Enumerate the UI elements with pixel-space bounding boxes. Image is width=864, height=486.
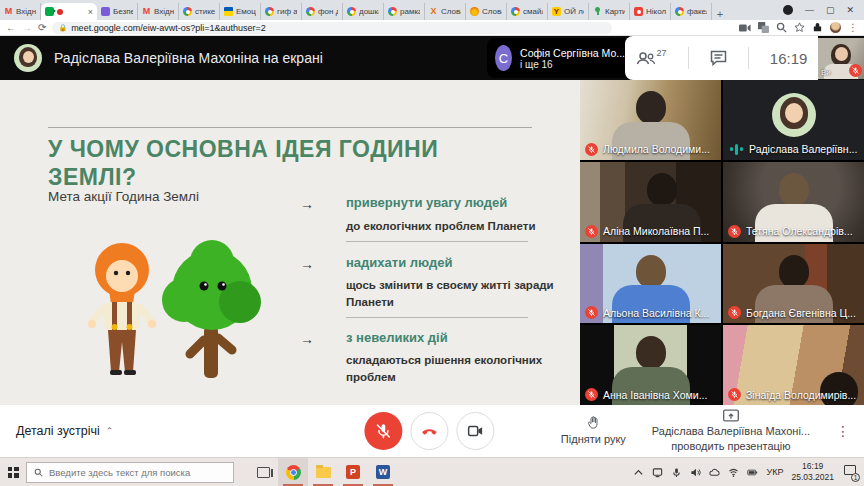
tab-oy[interactable]: YОЙ ло: [548, 3, 589, 20]
raise-hand-button[interactable]: Підняти руку: [561, 415, 626, 446]
participant-tile[interactable]: Тетяна Олександрів...: [723, 162, 864, 242]
extensions-icon[interactable]: [812, 22, 823, 33]
x-orange-icon: X: [429, 7, 438, 16]
tab-bezpe[interactable]: Безпе: [97, 3, 138, 20]
url-text: meet.google.com/eiw-avwt-os?pli=1&authus…: [71, 23, 266, 33]
presenting-status[interactable]: Радіслава Валеріївна Махоні...проводить …: [652, 409, 810, 453]
tab-stike[interactable]: стике: [179, 3, 220, 20]
reload-icon[interactable]: ⟳: [38, 21, 46, 35]
taskbar-search[interactable]: [26, 462, 234, 483]
tab-doshka[interactable]: дошка: [343, 3, 384, 20]
browser-menu-icon[interactable]: ⋮: [848, 21, 858, 35]
profile-avatar[interactable]: [830, 22, 841, 33]
tab-smile[interactable]: смайл: [507, 3, 548, 20]
tab-gif[interactable]: гиф а: [261, 3, 302, 20]
taskbar-word[interactable]: W: [368, 458, 398, 486]
zoom-icon[interactable]: [776, 22, 787, 33]
tab-karty[interactable]: Карти: [589, 3, 630, 20]
participant-tile[interactable]: Аліна Миколаївна П...: [580, 162, 721, 242]
mute-button[interactable]: [364, 412, 402, 450]
chevron-up-icon: ⌃: [106, 426, 114, 436]
bookmark-star-icon[interactable]: [794, 22, 805, 33]
mic-muted-icon: [728, 388, 741, 401]
chat-button[interactable]: [710, 50, 727, 66]
bullet-divider: [346, 317, 528, 318]
ukraine-flag-icon: [224, 7, 233, 16]
translate-icon[interactable]: [758, 22, 769, 33]
mic-muted-icon: [585, 143, 598, 156]
tab-close-icon[interactable]: ×: [88, 7, 93, 17]
hangup-button[interactable]: [410, 412, 448, 450]
system-tray: УКР 16:19 25.03.2021 1: [633, 461, 864, 482]
tab-fakel[interactable]: факел: [671, 3, 712, 20]
back-icon[interactable]: ←: [6, 21, 16, 35]
battery-icon[interactable]: [747, 467, 758, 478]
taskbar-explorer[interactable]: [308, 458, 338, 486]
participant-name: Альона Василівна К...: [603, 307, 709, 319]
folder-icon: [316, 467, 331, 478]
action-center-button[interactable]: 1: [842, 465, 858, 479]
header-controls: 27 16:19: [625, 36, 818, 80]
tray-mic-icon[interactable]: [671, 467, 682, 478]
language-indicator[interactable]: УКР: [766, 467, 783, 477]
camera-indicator-icon[interactable]: [739, 23, 751, 33]
chrome-icon: [286, 465, 301, 480]
google-icon: [347, 7, 356, 16]
participants-button[interactable]: 27: [636, 50, 667, 66]
google-icon: [183, 7, 192, 16]
network-wifi-icon[interactable]: [728, 467, 739, 478]
tab-slova-1[interactable]: XСлова: [425, 3, 466, 20]
tab-gmail-1[interactable]: MВхідні: [0, 3, 41, 20]
bullet-body: складаються рішення екологічних проблем: [346, 352, 556, 387]
tab-fon[interactable]: фон д: [302, 3, 343, 20]
notification-avatar: C: [495, 45, 512, 71]
participant-tile[interactable]: Зінаїда Володимирів...: [723, 325, 864, 405]
volume-icon[interactable]: [690, 467, 701, 478]
tab-nikol[interactable]: Нікол: [630, 3, 671, 20]
bullet-body: до екологічних проблем Планети: [346, 218, 556, 235]
red-pin-icon: [634, 7, 643, 16]
new-tab-button[interactable]: +: [712, 8, 728, 20]
start-button[interactable]: [0, 458, 26, 486]
padlock-icon: 🔒: [58, 24, 67, 32]
close-button[interactable]: ✕: [846, 0, 854, 20]
presenting-name: Радіслава Валеріївна Махоні...: [652, 425, 810, 437]
maximize-button[interactable]: ▢: [826, 0, 835, 20]
tab-meet-active[interactable]: ×: [41, 3, 97, 20]
tab-gmail-2[interactable]: MВхідні: [138, 3, 179, 20]
tab-emoci[interactable]: Емоці: [220, 3, 261, 20]
taskbar-chrome[interactable]: [278, 458, 308, 486]
meeting-clock: 16:19: [770, 50, 808, 67]
hidden-icons-chevron-icon[interactable]: [633, 467, 644, 478]
meeting-details-button[interactable]: Деталі зустрічі ⌃: [16, 424, 113, 438]
task-view-button[interactable]: [248, 458, 278, 486]
onedrive-cloud-icon[interactable]: [709, 467, 720, 478]
meet-footer: Деталі зустрічі ⌃ Підняти руку Радіслава…: [0, 405, 864, 457]
browser-profile-icon[interactable]: [783, 5, 793, 15]
presenter-avatar: [14, 44, 42, 72]
gmail-icon: M: [142, 7, 151, 16]
search-input[interactable]: [49, 467, 219, 478]
tab-ramka[interactable]: рамка: [384, 3, 425, 20]
address-bar[interactable]: 🔒 meet.google.com/eiw-avwt-os?pli=1&auth…: [52, 22, 612, 34]
forward-icon[interactable]: →: [22, 21, 32, 35]
participant-name: Радіслава Валеріївн...: [749, 143, 857, 155]
minimize-button[interactable]: —: [805, 0, 814, 20]
google-icon: [265, 7, 274, 16]
notification-count-badge: 1: [851, 473, 860, 482]
participant-tile[interactable]: Радіслава Валеріївн...: [723, 80, 864, 160]
participant-notification[interactable]: C Софія Сергіївна Мо... і ще 16: [487, 38, 625, 78]
participant-tile[interactable]: Людмила Володими...: [580, 80, 721, 160]
participant-tile[interactable]: Богдана Євгенівна Ц...: [723, 244, 864, 324]
display-icon[interactable]: [652, 467, 663, 478]
more-options-icon[interactable]: ⋮: [836, 423, 850, 439]
self-view-tile[interactable]: Ви: [818, 38, 864, 79]
browser-toolbar: ← → ⟳ 🔒 meet.google.com/eiw-avwt-os?pli=…: [0, 20, 864, 36]
participant-tile[interactable]: Альона Василівна К...: [580, 244, 721, 324]
taskbar-clock[interactable]: 16:19 25.03.2021: [791, 461, 834, 482]
mic-muted-icon: [585, 306, 598, 319]
taskbar-powerpoint[interactable]: P: [338, 458, 368, 486]
participant-tile[interactable]: Анна Іванівна Хоми...: [580, 325, 721, 405]
tab-slova-2[interactable]: Слова: [466, 3, 507, 20]
camera-button[interactable]: [456, 412, 494, 450]
